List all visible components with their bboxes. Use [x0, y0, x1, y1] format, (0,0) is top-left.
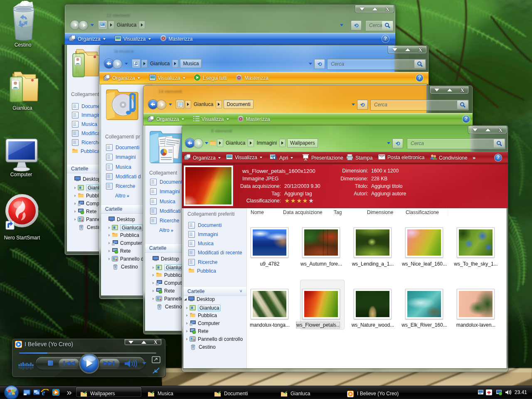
svg-text:e: e	[42, 389, 45, 397]
